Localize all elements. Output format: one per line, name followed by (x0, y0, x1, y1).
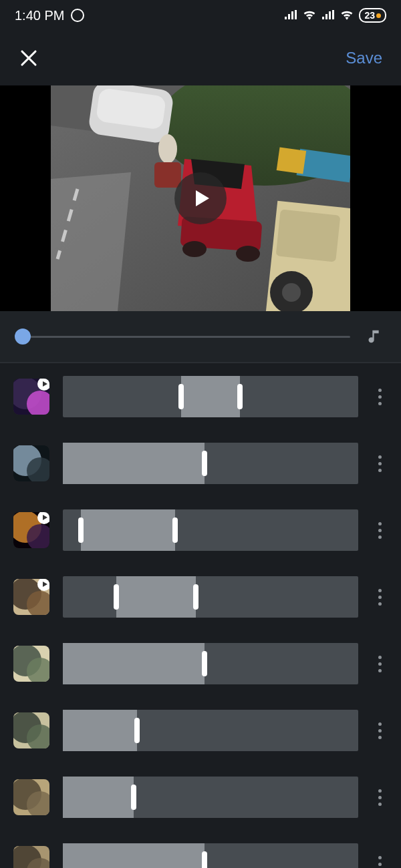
trim-handle-end[interactable] (202, 651, 207, 676)
svg-point-10 (182, 241, 207, 257)
save-button[interactable]: Save (346, 49, 382, 67)
status-icons: 23 (284, 8, 386, 23)
play-icon (196, 190, 209, 206)
editor-header: Save (0, 31, 401, 85)
clip-more-button[interactable] (372, 589, 388, 606)
trim-handle-end[interactable] (202, 851, 207, 868)
clip-trim-bar[interactable] (63, 376, 358, 417)
clip-row (0, 764, 401, 831)
clip-row (0, 497, 401, 564)
clip-thumbnail[interactable] (13, 846, 49, 868)
clip-trim-bar[interactable] (63, 643, 358, 684)
clip-more-button[interactable] (372, 656, 388, 672)
clip-more-button[interactable] (372, 789, 388, 806)
wifi-icon (340, 9, 354, 22)
svg-point-16 (158, 134, 177, 164)
trim-handle-start[interactable] (114, 584, 119, 610)
clip-trim-bar[interactable] (63, 576, 358, 618)
wifi-icon (303, 9, 316, 22)
svg-point-15 (282, 283, 301, 302)
clip-trim-bar[interactable] (63, 710, 358, 751)
clip-more-button[interactable] (372, 522, 388, 539)
trim-handle-end[interactable] (131, 785, 136, 810)
music-icon[interactable] (366, 327, 385, 346)
video-badge-icon (37, 579, 49, 591)
clip-list (0, 363, 401, 868)
trim-handle-end[interactable] (237, 384, 243, 409)
clip-trim-bar[interactable] (63, 777, 358, 818)
clip-more-button[interactable] (372, 722, 388, 739)
clip-thumbnail[interactable] (13, 779, 49, 815)
play-button[interactable] (174, 172, 227, 224)
svg-rect-17 (154, 162, 181, 188)
clock: 1:40 PM (15, 8, 64, 23)
clip-thumbnail[interactable] (13, 379, 49, 415)
trim-handle-start[interactable] (78, 517, 84, 543)
signal-icon (284, 10, 297, 21)
video-badge-icon (37, 379, 49, 391)
clip-trim-bar[interactable] (63, 443, 358, 484)
clip-row (0, 430, 401, 497)
clip-row (0, 831, 401, 868)
trim-handle-end[interactable] (193, 584, 198, 610)
video-preview[interactable] (51, 85, 350, 311)
clip-trim-bar[interactable] (63, 509, 358, 551)
clip-thumbnail[interactable] (13, 512, 49, 548)
trim-handle-end[interactable] (202, 451, 207, 476)
close-icon[interactable] (19, 48, 39, 68)
clip-thumbnail[interactable] (13, 646, 49, 682)
clip-trim-bar[interactable] (63, 843, 358, 868)
svg-rect-13 (276, 209, 341, 262)
clip-row (0, 630, 401, 697)
playhead-row (0, 311, 401, 362)
battery-indicator: 23 (359, 8, 386, 23)
clip-row (0, 564, 401, 630)
clip-row (0, 697, 401, 764)
video-preview-area (0, 85, 401, 311)
clip-more-button[interactable] (372, 856, 388, 869)
clip-more-button[interactable] (372, 455, 388, 472)
signal-icon (321, 10, 335, 21)
trim-handle-end[interactable] (134, 718, 140, 743)
svg-rect-4 (277, 147, 306, 174)
trim-handle-end[interactable] (172, 517, 178, 543)
clip-more-button[interactable] (372, 389, 388, 405)
assistant-icon (71, 9, 84, 22)
playhead-thumb[interactable] (15, 329, 31, 345)
status-bar: 1:40 PM 23 (0, 0, 401, 31)
playhead-slider[interactable] (16, 336, 350, 338)
clip-row (0, 363, 401, 430)
trim-handle-start[interactable] (178, 384, 184, 409)
clip-thumbnail[interactable] (13, 579, 49, 615)
clip-thumbnail[interactable] (13, 445, 49, 481)
clip-thumbnail[interactable] (13, 712, 49, 748)
svg-marker-18 (51, 172, 131, 311)
svg-point-11 (236, 246, 260, 262)
video-badge-icon (37, 512, 49, 524)
